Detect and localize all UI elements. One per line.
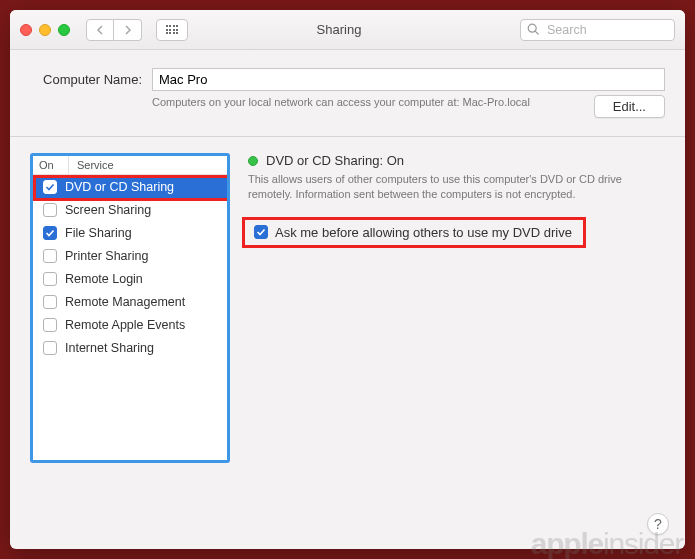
svg-point-0	[528, 24, 536, 32]
minimize-icon[interactable]	[39, 24, 51, 36]
ask-wrap: Ask me before allowing others to use my …	[248, 221, 578, 244]
column-service[interactable]: Service	[69, 156, 227, 174]
service-checkbox[interactable]	[43, 318, 57, 332]
window-controls	[20, 24, 70, 36]
computer-name-label: Computer Name:	[30, 72, 142, 87]
service-row[interactable]: Internet Sharing	[33, 336, 227, 359]
status-indicator-icon	[248, 156, 258, 166]
search-icon	[527, 23, 540, 39]
service-checkbox[interactable]	[43, 295, 57, 309]
service-row[interactable]: Remote Login	[33, 267, 227, 290]
edit-button[interactable]: Edit...	[594, 95, 665, 118]
service-label: Internet Sharing	[65, 341, 154, 355]
window-title: Sharing	[196, 22, 512, 37]
zoom-icon[interactable]	[58, 24, 70, 36]
status-row: DVD or CD Sharing: On	[248, 153, 665, 168]
ask-label: Ask me before allowing others to use my …	[275, 225, 572, 240]
services-list: DVD or CD SharingScreen SharingFile Shar…	[33, 175, 227, 359]
service-label: Remote Login	[65, 272, 143, 286]
divider	[10, 136, 685, 137]
content: Computer Name: Computers on your local n…	[10, 50, 685, 477]
service-label: Remote Apple Events	[65, 318, 185, 332]
service-label: DVD or CD Sharing	[65, 180, 174, 194]
computer-name-subtext: Computers on your local network can acce…	[152, 95, 582, 110]
search-wrap	[520, 19, 675, 41]
forward-button[interactable]	[114, 19, 142, 41]
titlebar: Sharing	[10, 10, 685, 50]
column-on[interactable]: On	[33, 156, 69, 174]
help-button[interactable]: ?	[647, 513, 669, 535]
service-checkbox[interactable]	[43, 341, 57, 355]
back-button[interactable]	[86, 19, 114, 41]
service-detail: DVD or CD Sharing: On This allows users …	[248, 153, 665, 244]
status-title: DVD or CD Sharing: On	[266, 153, 404, 168]
service-row[interactable]: File Sharing	[33, 221, 227, 244]
show-all-button[interactable]	[156, 19, 188, 41]
service-label: File Sharing	[65, 226, 132, 240]
service-checkbox[interactable]	[43, 180, 57, 194]
ask-checkbox-row[interactable]: Ask me before allowing others to use my …	[248, 221, 578, 244]
service-checkbox[interactable]	[43, 272, 57, 286]
sharing-preferences-window: Sharing Computer Name: Computers on your…	[10, 10, 685, 549]
search-input[interactable]	[520, 19, 675, 41]
computer-name-row: Computer Name:	[30, 68, 665, 91]
service-checkbox[interactable]	[43, 203, 57, 217]
service-row[interactable]: Remote Management	[33, 290, 227, 313]
close-icon[interactable]	[20, 24, 32, 36]
service-label: Screen Sharing	[65, 203, 151, 217]
main-area: On Service DVD or CD SharingScreen Shari…	[30, 153, 665, 463]
service-label: Printer Sharing	[65, 249, 148, 263]
status-description: This allows users of other computers to …	[248, 172, 665, 203]
service-checkbox[interactable]	[43, 249, 57, 263]
service-row[interactable]: Remote Apple Events	[33, 313, 227, 336]
service-label: Remote Management	[65, 295, 185, 309]
computer-name-subrow: Computers on your local network can acce…	[30, 95, 665, 118]
grid-icon	[166, 25, 179, 34]
services-header: On Service	[33, 156, 227, 175]
service-row[interactable]: Screen Sharing	[33, 198, 227, 221]
nav-buttons	[86, 19, 142, 41]
service-row[interactable]: DVD or CD Sharing	[33, 175, 227, 198]
service-checkbox[interactable]	[43, 226, 57, 240]
services-panel: On Service DVD or CD SharingScreen Shari…	[30, 153, 230, 463]
svg-line-1	[535, 31, 538, 34]
service-row[interactable]: Printer Sharing	[33, 244, 227, 267]
ask-checkbox[interactable]	[254, 225, 268, 239]
computer-name-input[interactable]	[152, 68, 665, 91]
